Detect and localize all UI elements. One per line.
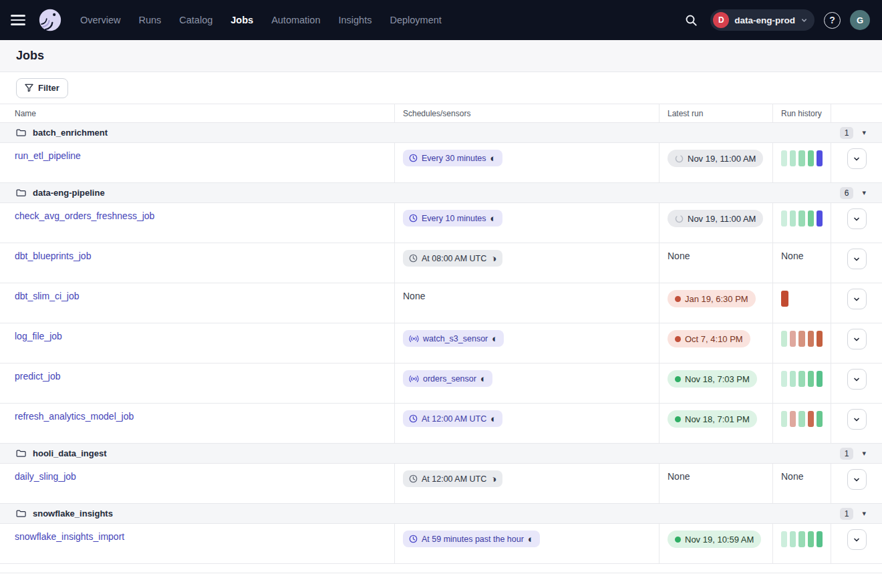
run-history-bar[interactable] — [798, 371, 804, 387]
nav-item-insights[interactable]: Insights — [338, 15, 372, 25]
schedule-toggle-on[interactable]: ◐ — [490, 213, 496, 223]
nav-item-automation[interactable]: Automation — [271, 15, 320, 25]
run-history-bar[interactable] — [798, 150, 804, 166]
run-history-bar[interactable] — [798, 210, 804, 227]
schedule-toggle-on[interactable]: ◐ — [528, 534, 534, 544]
job-name-link[interactable]: run_etl_pipeline — [15, 150, 81, 161]
group-collapse-caret-icon[interactable]: ▾ — [862, 510, 866, 517]
nav-item-jobs[interactable]: Jobs — [231, 15, 253, 25]
sensor-pill[interactable]: orders_sensor◐ — [403, 370, 492, 387]
nav-item-overview[interactable]: Overview — [80, 15, 120, 25]
group-row[interactable]: snowflake_insights 1 ▾ — [0, 504, 882, 524]
row-actions-button[interactable] — [847, 208, 867, 229]
run-history-bar[interactable] — [798, 531, 804, 547]
run-history-bar[interactable] — [808, 411, 814, 427]
run-history-bar[interactable] — [790, 371, 796, 387]
run-history-cell: None — [772, 464, 831, 503]
run-history-bar[interactable] — [817, 210, 823, 227]
row-actions-button[interactable] — [847, 289, 867, 309]
run-history-bar[interactable] — [817, 411, 823, 427]
nav-item-catalog[interactable]: Catalog — [179, 15, 212, 25]
row-actions-button[interactable] — [847, 529, 867, 550]
run-history-bar[interactable] — [781, 331, 787, 347]
run-history-bar[interactable] — [790, 411, 796, 427]
row-actions-button[interactable] — [847, 249, 867, 269]
run-history-bar[interactable] — [781, 531, 787, 547]
latest-run-pill[interactable]: Jan 19, 6:30 PM — [668, 290, 756, 307]
run-history-bar[interactable] — [790, 210, 796, 227]
schedule-pill[interactable]: At 08:00 AM UTC◑ — [403, 250, 502, 267]
run-history-bar[interactable] — [781, 291, 788, 307]
latest-run-pill[interactable]: Oct 7, 4:10 PM — [668, 330, 750, 347]
group-row[interactable]: hooli_data_ingest 1 ▾ — [0, 444, 882, 464]
latest-run-pill[interactable]: Nov 18, 7:01 PM — [668, 410, 757, 428]
run-history-bar[interactable] — [781, 371, 787, 387]
run-history-bar[interactable] — [781, 210, 787, 227]
search-icon[interactable] — [681, 10, 701, 30]
user-avatar[interactable]: G — [850, 10, 870, 30]
group-row[interactable]: batch_enrichment 1 ▾ — [0, 123, 882, 143]
latest-run-pill[interactable]: Nov 19, 10:59 AM — [668, 531, 761, 548]
schedule-pill[interactable]: At 12:00 AM UTC◑ — [403, 470, 502, 487]
filter-button[interactable]: Filter — [16, 78, 68, 98]
run-history-bar[interactable] — [781, 150, 787, 166]
row-actions-button[interactable] — [847, 148, 867, 169]
job-name-link[interactable]: predict_job — [15, 371, 61, 382]
group-job-count-badge: 6 — [840, 187, 854, 199]
help-icon[interactable]: ? — [824, 12, 841, 29]
job-name-link[interactable]: dbt_slim_ci_job — [15, 291, 80, 301]
group-row[interactable]: data-eng-pipeline 6 ▾ — [0, 183, 882, 203]
job-name-link[interactable]: check_avg_orders_freshness_job — [15, 210, 154, 221]
schedule-pill[interactable]: At 12:00 AM UTC◐ — [403, 410, 502, 427]
run-history-bar[interactable] — [790, 150, 796, 166]
schedule-toggle-off[interactable]: ◑ — [490, 474, 496, 484]
nav-item-runs[interactable]: Runs — [138, 15, 161, 25]
group-collapse-caret-icon[interactable]: ▾ — [862, 450, 866, 457]
row-actions-button[interactable] — [847, 329, 867, 349]
job-name-link[interactable]: log_file_job — [15, 331, 62, 341]
schedule-toggle-on[interactable]: ◐ — [490, 153, 496, 163]
run-history-bar[interactable] — [798, 331, 804, 347]
run-history-bar[interactable] — [817, 150, 823, 166]
schedule-toggle-on[interactable]: ◐ — [490, 414, 496, 424]
group-collapse-caret-icon[interactable]: ▾ — [862, 189, 866, 196]
latest-run-pill[interactable]: Nov 19, 11:00 AM — [668, 210, 763, 227]
schedule-none: None — [403, 291, 425, 301]
hamburger-menu-icon[interactable] — [11, 15, 25, 25]
run-history-bar[interactable] — [817, 331, 823, 347]
schedule-pill[interactable]: Every 10 minutes◐ — [403, 210, 502, 227]
run-history-bar[interactable] — [808, 371, 814, 387]
latest-run-time: Nov 19, 11:00 AM — [688, 214, 756, 224]
row-actions-button[interactable] — [847, 369, 867, 390]
latest-run-pill[interactable]: Nov 18, 7:03 PM — [668, 370, 757, 388]
latest-run-cell: Nov 18, 7:01 PM — [659, 404, 772, 443]
schedule-toggle-on[interactable]: ◐ — [492, 333, 498, 343]
run-history-bar[interactable] — [798, 411, 804, 427]
run-history-bar[interactable] — [817, 531, 823, 547]
sensor-pill[interactable]: watch_s3_sensor◐ — [403, 330, 504, 347]
schedule-pill[interactable]: Every 30 minutes◐ — [403, 150, 502, 166]
job-name-link[interactable]: daily_sling_job — [15, 471, 76, 482]
run-history-bar[interactable] — [808, 210, 814, 227]
schedule-toggle-off[interactable]: ◑ — [490, 253, 496, 263]
run-history-bar[interactable] — [808, 331, 814, 347]
run-history-bar[interactable] — [808, 150, 814, 166]
run-history-bar[interactable] — [817, 371, 823, 387]
run-history-bar[interactable] — [790, 331, 796, 347]
dagster-logo-icon[interactable] — [37, 7, 63, 33]
schedule-pill[interactable]: At 59 minutes past the hour◐ — [403, 531, 540, 547]
row-actions-button[interactable] — [847, 469, 867, 490]
nav-item-deployment[interactable]: Deployment — [390, 15, 441, 25]
latest-run-pill[interactable]: Nov 19, 11:00 AM — [668, 150, 763, 167]
group-collapse-caret-icon[interactable]: ▾ — [862, 129, 866, 136]
job-name-link[interactable]: snowflake_insights_import — [15, 531, 124, 542]
schedule-toggle-on[interactable]: ◐ — [480, 374, 486, 384]
deployment-switcher[interactable]: D data-eng-prod — [710, 9, 815, 31]
run-history-bar[interactable] — [790, 531, 796, 547]
latest-run-cell: Nov 19, 11:00 AM — [659, 143, 772, 182]
run-history-bar[interactable] — [808, 531, 814, 547]
job-name-link[interactable]: refresh_analytics_model_job — [15, 411, 134, 422]
row-actions-button[interactable] — [847, 409, 867, 430]
job-name-link[interactable]: dbt_blueprints_job — [15, 251, 91, 261]
run-history-bar[interactable] — [781, 411, 787, 427]
